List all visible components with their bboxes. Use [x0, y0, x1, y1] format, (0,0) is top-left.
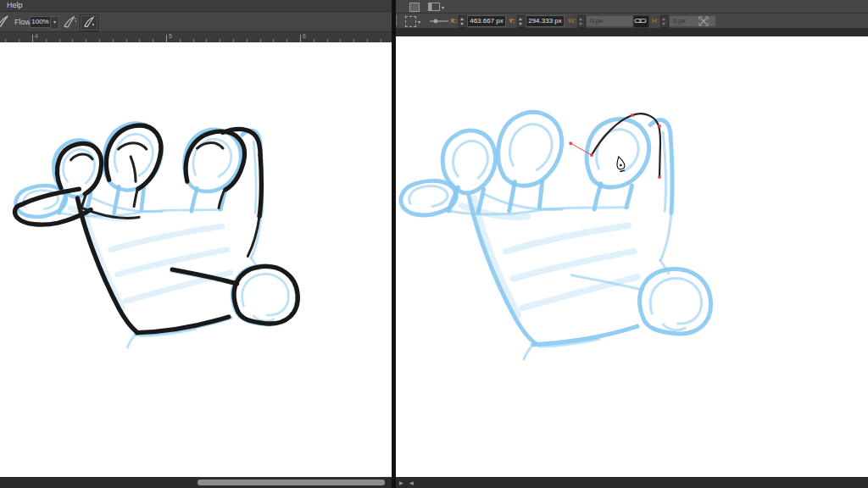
brush-tool-icon[interactable] — [0, 14, 10, 28]
workspace-layout-icon — [428, 3, 440, 11]
expand-icon[interactable] — [698, 16, 709, 26]
w-value-field: 0 px — [586, 15, 633, 27]
horizontal-scrollbar-thumb[interactable] — [198, 480, 385, 485]
top-bar: ▾ — [396, 0, 868, 14]
flow-value-field[interactable]: 100% — [30, 16, 51, 28]
snap-options-icon[interactable] — [405, 16, 416, 27]
workspace-caret-icon: ▾ — [442, 4, 444, 10]
x-value-field[interactable]: 463.667 px — [467, 15, 506, 27]
hand-drawing-sketch — [396, 36, 868, 477]
anchor-point[interactable] — [658, 125, 660, 127]
h-value-field: 0 px — [669, 15, 716, 27]
brush-pressure-icon — [82, 16, 96, 29]
bottom-bar: ▶ ◀ — [396, 477, 868, 488]
ruler-mark: 6 — [303, 33, 306, 39]
menu-item-help[interactable]: Help — [7, 1, 23, 9]
anchor-point[interactable] — [658, 175, 660, 178]
transform-point-icon[interactable] — [430, 18, 448, 25]
tool-options-bar: Flow: 100% ▾ — [0, 12, 392, 32]
h-stepper — [660, 15, 669, 28]
x-stepper[interactable] — [459, 15, 467, 28]
panel-icon[interactable] — [409, 3, 420, 12]
ruler-mark: 4 — [35, 33, 38, 39]
frame-back-icon[interactable]: ◀ — [409, 480, 414, 485]
snap-caret-icon[interactable]: ▾ — [418, 19, 420, 25]
x-label: X: — [450, 17, 457, 25]
link-constrain-icon — [634, 16, 647, 25]
canvas-inked-drawing[interactable] — [0, 42, 392, 477]
y-stepper[interactable] — [517, 15, 526, 28]
w-stepper — [577, 15, 586, 28]
hand-drawing-inked — [0, 42, 392, 477]
canvas-vector-tracing[interactable] — [396, 36, 868, 477]
w-label: W: — [568, 17, 576, 25]
screen: Help Flow: 100% ▾ 4 5 6 — [0, 0, 868, 488]
airbrush-icon[interactable] — [62, 15, 77, 29]
h-label: H: — [652, 17, 659, 25]
y-value-field[interactable]: 294.333 px — [526, 15, 565, 27]
right-app-window: ▾ ▾ X: 463.667 px Y: 294.333 px W: 0 px — [396, 0, 868, 488]
y-label: Y: — [509, 17, 515, 25]
workspace-layout-button[interactable]: ▾ — [428, 3, 448, 11]
flow-dropdown-caret[interactable]: ▾ — [50, 16, 59, 30]
left-app-window: Help Flow: 100% ▾ 4 5 6 — [0, 0, 392, 488]
brush-pressure-toggle[interactable] — [80, 14, 98, 31]
link-constrain-button[interactable] — [633, 15, 649, 28]
anchor-point[interactable] — [590, 153, 593, 156]
pen-tool-cursor — [615, 156, 626, 172]
menu-bar: Help — [0, 0, 392, 12]
ruler-mark: 5 — [169, 33, 172, 39]
anchor-point[interactable] — [631, 114, 633, 116]
bar-edge-divider — [396, 15, 397, 25]
transform-options-bar: ▾ X: 463.667 px Y: 294.333 px W: 0 px H: — [396, 14, 868, 28]
frame-forward-icon[interactable]: ▶ — [399, 480, 403, 485]
handle-point[interactable] — [570, 142, 572, 145]
document-bar — [396, 28, 868, 36]
